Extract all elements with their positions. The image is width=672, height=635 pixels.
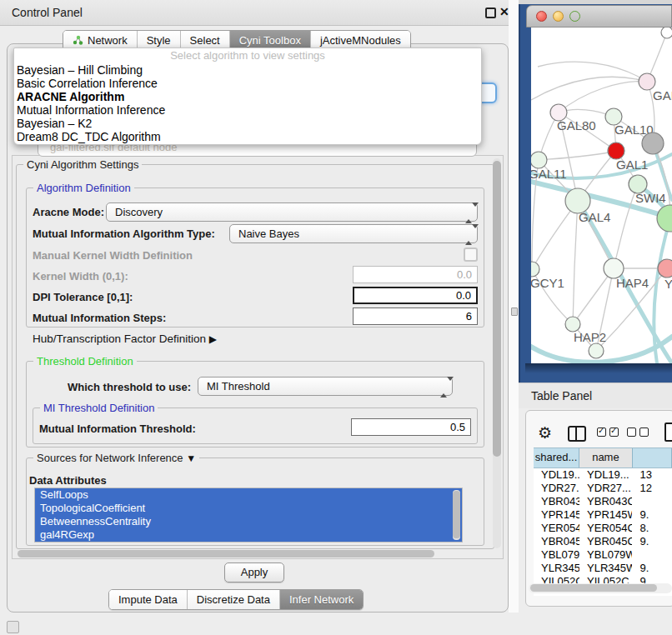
table-cell: YDL19... — [534, 468, 579, 482]
kernel-width-label: Kernel Width (0,1): — [33, 270, 128, 282]
tab-discretize-data[interactable]: Discretize Data — [187, 590, 279, 609]
close-window-icon[interactable] — [536, 11, 547, 22]
network-node[interactable] — [589, 343, 604, 358]
node-table: shared...name YDL19...YDL19...13YDR27...… — [534, 448, 672, 596]
algorithm-item-basic-correlation-inference[interactable]: Basic Correlation Inference — [14, 77, 481, 90]
network-node-y[interactable] — [658, 259, 672, 278]
aracne-mode-select[interactable]: Discovery — [106, 202, 478, 222]
algorithm-item-aracne-algorithm[interactable]: ARACNE Algorithm — [14, 90, 481, 103]
table-cell: YLR345W — [534, 562, 579, 575]
tab-infer-network[interactable]: Infer Network — [279, 590, 363, 609]
network-node-gcy1[interactable] — [531, 262, 539, 277]
attribute-item-topologicalcoefficient[interactable]: TopologicalCoefficient — [35, 502, 462, 515]
tab-label: Discretize Data — [197, 590, 270, 609]
attribute-item-selfloops[interactable]: SelfLoops — [35, 488, 462, 502]
panel-grip-icon[interactable] — [7, 621, 19, 633]
algorithm-item-mutual-information-inference[interactable]: Mutual Information Inference — [14, 103, 481, 117]
apply-button[interactable]: Apply — [224, 562, 284, 582]
split-pane-divider[interactable] — [509, 0, 519, 612]
dpi-tolerance-field[interactable] — [353, 287, 478, 304]
table-horizontal-scrollbar[interactable] — [529, 583, 672, 593]
hub-definition-expander[interactable]: Hub/Transcription Factor Definition ▶ — [33, 332, 217, 345]
table-row[interactable]: YDR27...YDR27...12 — [534, 482, 672, 495]
settings-vertical-scrollbar-thumb[interactable] — [493, 161, 501, 457]
attribute-item-gal4rgexp[interactable]: gal4RGexp — [35, 528, 462, 542]
network-node[interactable] — [661, 28, 672, 38]
sources-title[interactable]: Sources for Network Inference ▼ — [33, 452, 199, 464]
dpi-tolerance-label: DPI Tolerance [0,1]: — [33, 291, 133, 303]
zoom-window-icon[interactable] — [569, 11, 580, 22]
manual-kernel-width-checkbox[interactable] — [464, 248, 478, 262]
table-horizontal-scrollbar-thumb[interactable] — [530, 584, 657, 592]
expander-collapsed-icon: ▶ — [209, 333, 217, 345]
settings-horizontal-scrollbar-thumb[interactable] — [18, 550, 434, 558]
tab-label: Infer Network — [289, 590, 354, 609]
table-cell: YBR043C — [534, 495, 579, 508]
algorithm-item-bayesian-k2[interactable]: Bayesian – K2 — [14, 117, 481, 130]
network-node-label: GAL — [653, 88, 672, 102]
mi-steps-label: Mutual Information Steps: — [33, 312, 166, 324]
close-icon[interactable]: ✕ — [499, 5, 509, 18]
network-node-label: GCY1 — [531, 276, 564, 290]
settings-scroll-area: Cyni Algorithm Settings Algorithm Defini… — [12, 155, 504, 559]
mi-algorithm-type-select[interactable]: Naive Bayes — [229, 224, 478, 243]
cyni-algorithm-settings-title: Cyni Algorithm Settings — [23, 158, 142, 171]
network-node[interactable] — [642, 132, 664, 154]
control-panel-title: Control Panel — [12, 6, 83, 19]
settings-horizontal-scrollbar[interactable] — [16, 549, 488, 558]
table-row[interactable]: YBL079WYBL079W — [534, 548, 672, 562]
network-node-gal[interactable] — [639, 73, 655, 90]
column-header-shared[interactable]: shared... — [534, 448, 579, 468]
checkbox-checked-icon — [597, 428, 606, 437]
network-canvas[interactable]: GALGAL80GAL10GAL1GAL11SWI4GAL4GCY1HAP4YH… — [531, 28, 672, 363]
kernel-width-field[interactable] — [353, 266, 478, 283]
settings-vertical-scrollbar[interactable] — [493, 158, 501, 548]
network-node-gal11[interactable] — [531, 152, 547, 168]
network-window-titlebar[interactable] — [526, 5, 672, 28]
split-panel-icon[interactable] — [568, 426, 586, 442]
table-cell: YLR345W — [579, 562, 632, 575]
column-header-name[interactable]: name — [579, 448, 633, 468]
table-row[interactable]: YBR043CYBR043C — [534, 495, 672, 508]
algorithm-item-bayesian-hill-climbing[interactable]: Bayesian – Hill Climbing — [14, 63, 481, 77]
network-node[interactable] — [657, 205, 672, 232]
network-node-label: GAL4 — [579, 210, 610, 224]
document-icon[interactable] — [664, 422, 672, 442]
table-cell — [632, 548, 672, 562]
select-all-checked-icon[interactable] — [597, 428, 619, 437]
table-row[interactable]: YLR345WYLR345W9. — [534, 562, 672, 575]
combo-stepper-icon — [465, 228, 472, 241]
which-threshold-select[interactable]: MI Threshold — [198, 377, 453, 396]
column-header-hidden[interactable] — [633, 448, 672, 468]
table-row[interactable]: YER054CYER054C8. — [534, 522, 672, 535]
table-row[interactable]: YBR045CYBR045C9. — [534, 535, 672, 548]
mi-threshold-field[interactable] — [351, 418, 471, 436]
checkbox-checked-icon — [609, 428, 619, 437]
control-panel-header: Control Panel ✕ — [0, 0, 517, 26]
aracne-mode-label: Aracne Mode: — [33, 206, 104, 218]
table-cell: 12 — [632, 482, 672, 495]
mi-algorithm-type-label: Mutual Information Algorithm Type: — [33, 228, 215, 240]
tab-impute-data[interactable]: Impute Data — [109, 590, 187, 609]
table-cell: YBL079W — [579, 548, 632, 562]
network-node-label: GAL80 — [557, 118, 596, 132]
select-none-icon[interactable] — [627, 428, 649, 437]
table-row[interactable]: YPR145WYPR145W9. — [534, 508, 672, 522]
list-scrollbar-thumb[interactable] — [453, 491, 460, 538]
attribute-item-betweennesscentrality[interactable]: BetweennessCentrality — [35, 515, 462, 528]
algorithm-item-dream8-dc-tdc-algorithm[interactable]: Dream8 DC_TDC Algorithm — [14, 130, 481, 143]
float-window-icon[interactable] — [485, 8, 496, 18]
list-scrollbar[interactable] — [453, 490, 460, 540]
mi-threshold-label: Mutual Information Threshold: — [39, 422, 196, 435]
table-cell: YPR145W — [534, 508, 579, 522]
minimize-window-icon[interactable] — [553, 11, 564, 22]
mi-steps-field[interactable] — [353, 308, 478, 325]
table-cell: 9. — [632, 562, 672, 575]
network-node-label: HAP4 — [616, 276, 649, 290]
data-attributes-label: Data Attributes — [29, 474, 107, 487]
table-cell: YBR043C — [579, 495, 632, 508]
network-node-gal1[interactable] — [608, 142, 624, 159]
split-pane-grip-icon[interactable] — [511, 308, 518, 316]
table-row[interactable]: YDL19...YDL19...13 — [534, 468, 672, 482]
gear-icon[interactable]: ⚙ — [538, 423, 552, 442]
